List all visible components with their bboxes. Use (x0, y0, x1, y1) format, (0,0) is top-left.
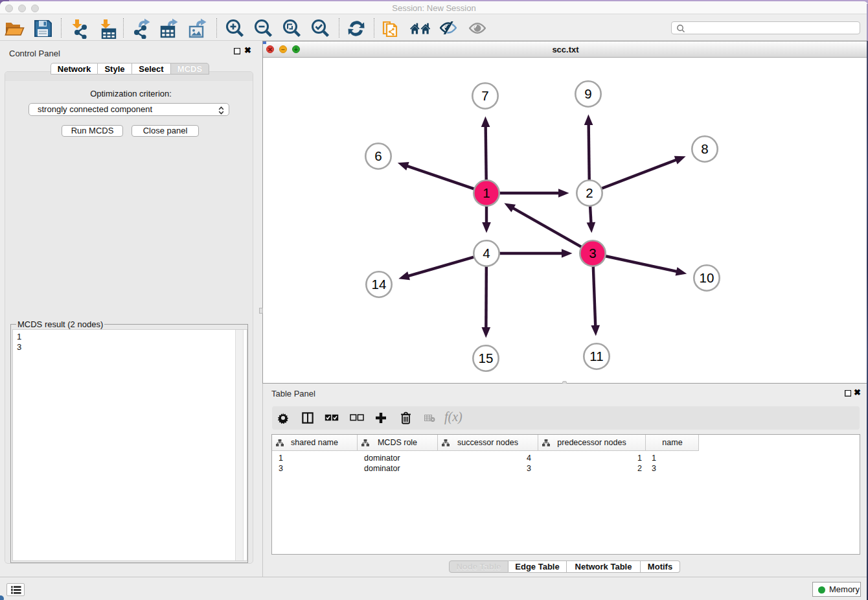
svg-text:9: 9 (584, 86, 591, 101)
svg-text:11: 11 (589, 349, 603, 363)
svg-text:6: 6 (374, 148, 382, 163)
svg-text:4: 4 (483, 246, 490, 260)
svg-text:1: 1 (483, 185, 490, 200)
svg-text:14: 14 (372, 277, 387, 292)
svg-text:8: 8 (701, 141, 708, 156)
svg-text:7: 7 (481, 88, 488, 103)
svg-text:2: 2 (586, 185, 593, 200)
svg-text:10: 10 (700, 270, 714, 285)
svg-text:3: 3 (589, 246, 596, 260)
svg-text:15: 15 (479, 351, 494, 365)
